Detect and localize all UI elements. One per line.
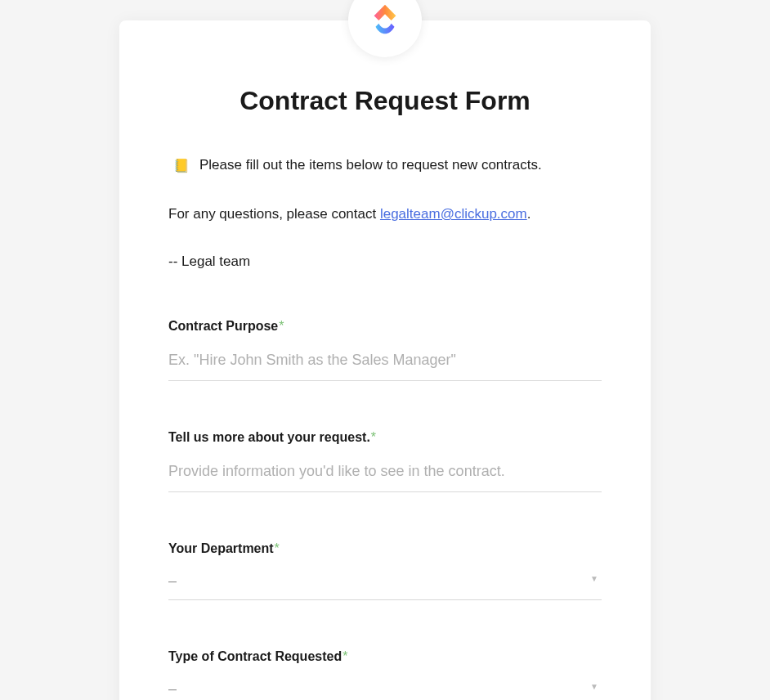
select-department-value: – [168,572,177,589]
select-department[interactable]: – ▼ [168,568,602,600]
field-tell-us-more: Tell us more about your request.* [168,430,602,492]
field-department: Your Department* – ▼ [168,541,602,600]
required-marker: * [275,541,280,555]
label-contract-type: Type of Contract Requested* [168,649,602,664]
input-tell-us-more[interactable] [168,456,602,492]
label-contract-type-text: Type of Contract Requested [168,649,342,663]
required-marker: * [342,649,347,663]
label-tell-us-more: Tell us more about your request.* [168,430,602,445]
intro-contact-prefix: For any questions, please contact [168,206,380,222]
label-contract-purpose: Contract Purpose* [168,319,602,334]
form-card: Contract Request Form 📒 Please fill out … [119,20,651,700]
chevron-down-icon: ▼ [590,574,598,583]
intro-instruction-text: Please fill out the items below to reque… [199,157,542,173]
form-title: Contract Request Form [168,86,602,116]
intro-signature: -- Legal team [168,254,602,270]
label-department: Your Department* [168,541,602,556]
required-marker: * [371,430,376,444]
label-tell-us-more-text: Tell us more about your request. [168,430,370,444]
label-contract-purpose-text: Contract Purpose [168,319,278,333]
intro-instruction: 📒 Please fill out the items below to req… [168,157,602,173]
clickup-logo-icon [366,2,404,39]
contact-email-link[interactable]: legalteam@clickup.com [380,206,527,222]
select-contract-type-value: – [168,680,177,697]
intro-contact: For any questions, please contact legalt… [168,206,602,222]
required-marker: * [279,319,284,333]
field-contract-type: Type of Contract Requested* – ▼ [168,649,602,700]
chevron-down-icon: ▼ [590,682,598,691]
label-department-text: Your Department [168,541,274,555]
input-contract-purpose[interactable] [168,345,602,381]
intro-contact-suffix: . [527,206,531,222]
field-contract-purpose: Contract Purpose* [168,319,602,381]
logo-badge [348,0,422,57]
select-contract-type[interactable]: – ▼ [168,675,602,700]
notepad-icon: 📒 [173,158,190,173]
intro-block: 📒 Please fill out the items below to req… [168,157,602,270]
